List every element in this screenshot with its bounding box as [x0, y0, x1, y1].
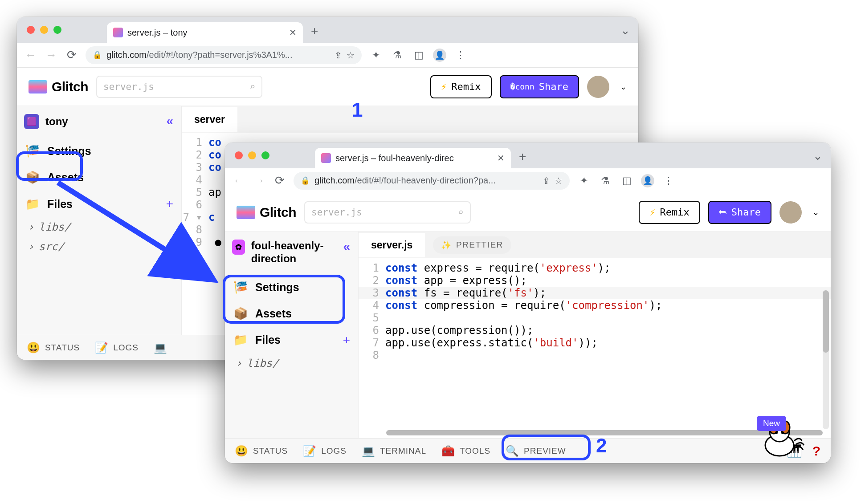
annotation-number-1: 1 [352, 99, 363, 121]
share-button[interactable]: ⮪ Share [708, 201, 771, 224]
code-text: const app = express(); [385, 274, 527, 287]
labs-icon[interactable]: ⚗ [598, 175, 612, 187]
code-line[interactable]: 4const compression = require('compressio… [359, 299, 831, 312]
new-tab-button[interactable]: + [311, 24, 318, 38]
reload-icon[interactable]: ⟳ [273, 174, 286, 187]
sidebar-item-settings[interactable]: 🎏 Settings [17, 138, 181, 164]
code-line[interactable]: 2const app = express(); [359, 274, 831, 287]
code-line[interactable]: 3const fs = require('fs'); [359, 287, 831, 299]
footer-tools[interactable]: 🧰TOOLS [441, 445, 490, 457]
help-icon[interactable]: ? [812, 443, 821, 459]
share-url-icon[interactable]: ⇪ [335, 50, 342, 61]
chevron-down-icon[interactable]: ⌄ [619, 24, 632, 37]
scrollbar-vertical[interactable] [823, 290, 829, 429]
glitch-logo[interactable]: Glitch [237, 205, 296, 220]
share-url-icon[interactable]: ⇪ [543, 175, 550, 186]
close-window-icon[interactable] [27, 26, 35, 34]
close-tab-icon[interactable]: ✕ [497, 153, 505, 163]
code-line[interactable]: 5 [359, 312, 831, 324]
extensions-icon[interactable]: ✦ [369, 49, 383, 61]
forward-icon[interactable]: → [45, 48, 58, 62]
menu-icon[interactable]: ⋮ [661, 175, 676, 187]
status-icon: 😃 [27, 341, 41, 354]
maximize-window-icon[interactable] [261, 151, 269, 159]
collapse-sidebar-icon[interactable]: « [166, 114, 173, 128]
chevron-down-icon[interactable]: ⌄ [620, 82, 627, 92]
search-placeholder: server.js [103, 81, 154, 92]
footer-terminal[interactable]: 💻 [154, 341, 167, 354]
labs-icon[interactable]: ⚗ [390, 49, 404, 61]
menu-icon[interactable]: ⋮ [453, 49, 468, 61]
folder-libs[interactable]: ›libs/ [225, 354, 358, 373]
profile-icon[interactable]: 👤 [641, 174, 654, 187]
add-file-icon[interactable]: + [343, 333, 350, 347]
code-line[interactable]: 6app.use(compression()); [359, 324, 831, 337]
code-text: app.use(express.static('build')); [385, 337, 598, 349]
code-line[interactable]: 1const express = require('express'); [359, 262, 831, 274]
footer-logs[interactable]: 📝LOGS [95, 341, 139, 354]
new-tab-button[interactable]: + [519, 150, 526, 164]
forward-icon[interactable]: → [253, 174, 266, 187]
folder-src[interactable]: ›src/ [17, 237, 181, 256]
star-icon[interactable]: ☆ [347, 50, 355, 61]
maximize-window-icon[interactable] [53, 26, 61, 34]
chevron-right-icon: › [28, 221, 34, 233]
file-tab-server[interactable]: server.js [359, 233, 425, 257]
sidebar-item-settings[interactable]: 🎏 Settings [225, 274, 358, 301]
profile-icon[interactable]: 👤 [433, 49, 446, 62]
browser-tab[interactable]: server.js – foul-heavenly-direc ✕ [315, 148, 511, 168]
project-name-button[interactable]: 🟪 tony [17, 110, 181, 134]
code-line[interactable]: 7app.use(express.static('build')); [359, 337, 831, 349]
sidebar-item-assets[interactable]: 📦 Assets [225, 301, 358, 327]
code-line[interactable]: 8 [359, 349, 831, 362]
star-icon[interactable]: ☆ [555, 175, 563, 186]
search-input[interactable]: server.js ⌕ [96, 76, 262, 98]
sidebar-item-files[interactable]: 📁 Files + [225, 327, 358, 354]
sidepanel-icon[interactable]: ◫ [412, 49, 426, 61]
back-icon[interactable]: ← [232, 174, 245, 187]
minimize-window-icon[interactable] [40, 26, 48, 34]
sidebar-item-files[interactable]: 📁 Files + [17, 191, 181, 217]
add-file-icon[interactable]: + [166, 197, 173, 211]
share-icon: �conn [510, 82, 535, 91]
extensions-icon[interactable]: ✦ [577, 175, 591, 187]
remix-button[interactable]: ⚡ Remix [639, 201, 700, 224]
folder-libs[interactable]: ›libs/ [17, 217, 181, 237]
remix-button[interactable]: ⚡ Remix [430, 75, 491, 98]
chevron-down-icon[interactable]: ⌄ [812, 207, 819, 217]
line-number: 7 [359, 337, 385, 349]
chevron-down-icon[interactable]: ⌄ [811, 149, 824, 163]
url-input[interactable]: 🔒 glitch.com/edit/#!/foul-heavenly-direc… [294, 172, 570, 190]
glitch-logo[interactable]: Glitch [29, 79, 88, 94]
back-icon[interactable]: ← [24, 48, 37, 62]
sidebar-item-assets[interactable]: 📦 Assets [17, 164, 181, 191]
footer-preview[interactable]: 🔍PREVIEW [506, 445, 566, 457]
close-window-icon[interactable] [235, 151, 243, 159]
new-badge[interactable]: New [757, 416, 786, 431]
user-avatar[interactable] [779, 201, 802, 224]
close-tab-icon[interactable]: ✕ [289, 27, 297, 38]
project-name-button[interactable]: ✿ foul-heavenly-direction [225, 235, 358, 270]
footer-status[interactable]: 😃STATUS [235, 445, 288, 457]
prettier-button[interactable]: ✨ PRETTIER [433, 236, 511, 254]
file-tab-server[interactable]: server [182, 107, 237, 132]
footer-logs[interactable]: 📝LOGS [303, 445, 347, 457]
minimize-window-icon[interactable] [248, 151, 256, 159]
sidepanel-icon[interactable]: ◫ [620, 175, 634, 187]
footer-status[interactable]: 😃STATUS [27, 341, 80, 354]
collapse-sidebar-icon[interactable]: « [343, 240, 350, 254]
browser-window-2: server.js – foul-heavenly-direc ✕ + ⌄ ← … [225, 142, 831, 463]
line-number: 4 [359, 299, 385, 312]
address-bar: ← → ⟳ 🔒 glitch.com/edit/#!/foul-heavenly… [225, 168, 831, 193]
browser-tab[interactable]: server.js – tony ✕ [107, 22, 303, 43]
code-text: app.use(compression()); [385, 324, 533, 337]
user-avatar[interactable] [587, 76, 609, 98]
reload-icon[interactable]: ⟳ [65, 48, 78, 62]
sidebar-label: Assets [47, 171, 84, 184]
sidebar-label: Files [47, 198, 73, 211]
code-editor[interactable]: 1const express = require('express');2con… [359, 258, 831, 438]
search-input[interactable]: server.js ⌕ [304, 201, 471, 224]
footer-terminal[interactable]: 💻TERMINAL [362, 445, 426, 457]
share-button[interactable]: �conn Share [500, 75, 579, 98]
url-input[interactable]: 🔒 glitch.com/edit/#!/tony?path=server.js… [86, 46, 362, 64]
